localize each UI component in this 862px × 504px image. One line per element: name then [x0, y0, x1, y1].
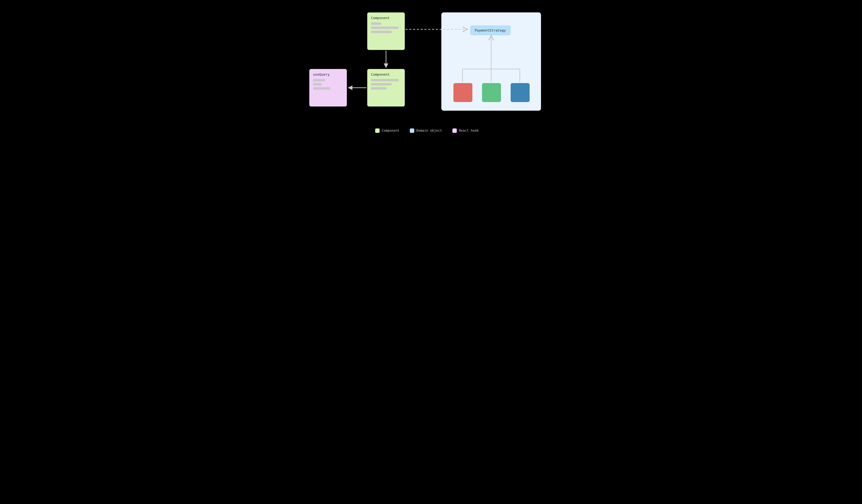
legend-item-component: Component	[375, 129, 400, 133]
placeholder-line	[313, 79, 325, 81]
component-box-bottom-title: Component	[371, 72, 401, 77]
component-box-bottom: Component	[367, 69, 405, 107]
legend-swatch-domain	[410, 129, 414, 133]
domain-panel: PaymentStrategy	[441, 12, 541, 111]
impl-box-green	[482, 83, 501, 102]
diagram-canvas: Component Component useQuery PaymentStra…	[296, 0, 566, 143]
impl-box-blue	[511, 83, 530, 102]
legend-label-hook: React hook	[459, 129, 479, 132]
placeholder-line	[371, 83, 392, 85]
legend-label-component: Component	[382, 129, 400, 132]
placeholder-line	[371, 23, 381, 25]
impl-box-red	[454, 83, 472, 102]
domain-interface-text: PaymentStrategy	[475, 28, 506, 32]
hook-box-usequery: useQuery	[309, 69, 347, 107]
placeholder-line	[371, 79, 399, 81]
placeholder-line	[313, 87, 330, 90]
legend-swatch-component	[375, 129, 380, 133]
placeholder-line	[371, 87, 387, 90]
placeholder-line	[371, 27, 399, 29]
placeholder-line	[313, 83, 322, 85]
legend: Component Domain object React hook	[375, 129, 479, 133]
component-box-top-title: Component	[371, 16, 401, 20]
placeholder-line	[371, 31, 392, 33]
domain-interface-label: PaymentStrategy	[470, 26, 510, 35]
legend-swatch-hook	[452, 129, 457, 133]
legend-label-domain: Domain object	[416, 129, 442, 132]
legend-item-domain: Domain object	[410, 129, 442, 133]
hook-box-title: useQuery	[313, 72, 343, 77]
legend-item-hook: React hook	[452, 129, 479, 133]
component-box-top: Component	[367, 12, 405, 50]
